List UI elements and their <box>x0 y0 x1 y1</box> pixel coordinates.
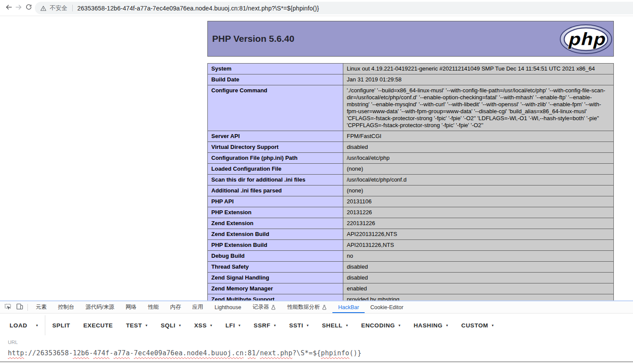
chevron-down-icon: ▾ <box>446 323 448 327</box>
inspect-element-button[interactable] <box>2 301 14 313</box>
phpinfo-row-label: Build Date <box>208 74 343 85</box>
url-segment: ?\S*=${ <box>292 349 321 357</box>
hackbar-button-label: SHELL <box>322 322 342 329</box>
hackbar-button-ssti[interactable]: SSTI▾ <box>289 322 309 329</box>
phpinfo-row-label: Zend Extension <box>208 218 343 229</box>
phpinfo-row-value: './configure' '--build=x86_64-linux-musl… <box>343 85 614 131</box>
phpinfo-row: Scan this dir for additional .ini files/… <box>208 175 614 185</box>
devtools-tab-performance-insights[interactable]: 性能数据分析 <box>281 301 332 313</box>
phpinfo-row-label: Thread Safety <box>208 262 343 273</box>
hackbar-button-shell[interactable]: SHELL▾ <box>322 322 348 329</box>
experiment-flask-icon <box>322 305 327 310</box>
hackbar-button-encoding[interactable]: ENCODING▾ <box>361 322 400 329</box>
devtools-tab-label: 性能 <box>148 303 159 311</box>
hackbar-button-label: SSTI <box>289 322 303 329</box>
phpinfo-row-label: Server API <box>208 131 343 142</box>
hackbar-button-custom[interactable]: CUSTOM▾ <box>461 322 494 329</box>
phpinfo-row-value: no <box>343 251 614 262</box>
phpinfo-row: Additional .ini files parsed(none) <box>208 185 614 196</box>
hackbar-button-split[interactable]: SPLIT <box>52 322 70 329</box>
device-toolbar-button[interactable] <box>14 301 25 313</box>
address-bar[interactable]: 不安全 26353658-12b6-474f-a77a-7ec4e09a76ea… <box>35 2 633 14</box>
chevron-down-icon: ▾ <box>238 323 240 327</box>
devtools-toolbar-divider <box>27 304 28 311</box>
phpinfo-row-label: Zend Memory Manager <box>208 283 343 294</box>
phpinfo-row-label: Scan this dir for additional .ini files <box>208 175 343 185</box>
url-segment: - <box>89 349 93 357</box>
devtools-tab-cookie-editor[interactable]: Cookie-Editor <box>365 301 409 313</box>
phpinfo-row-label: Debug Build <box>208 251 343 262</box>
hackbar-url-input[interactable]: http://26353658-12b6-474f-a77a-7ec4e09a7… <box>8 349 362 357</box>
url-segment-misspelled: 12b6 <box>73 349 89 357</box>
hackbar-button-label: XSS <box>194 322 207 329</box>
address-bar-url[interactable]: 26353658-12b6-474f-a77a-7ec4e09a76ea.nod… <box>78 5 319 12</box>
phpinfo-row-value: API20131226,NTS <box>343 240 614 251</box>
chevron-down-icon: ▾ <box>346 323 348 327</box>
devtools-tab-recorder[interactable]: 记录器 <box>247 301 282 313</box>
hackbar-url-label: URL <box>8 340 18 345</box>
devtools-tab-label: 应用 <box>192 303 203 311</box>
devtools-tab-label: 元素 <box>36 303 47 311</box>
hackbar-button-sqli[interactable]: SQLI▾ <box>161 322 181 329</box>
not-secure-warning-icon[interactable] <box>40 5 47 11</box>
phpinfo-table: SystemLinux out 4.19.221-0419221-generic… <box>207 63 614 305</box>
browser-window: 不安全 26353658-12b6-474f-a77a-7ec4e09a76ea… <box>0 0 633 364</box>
devtools-tab-label: 网络 <box>125 303 136 311</box>
hackbar-load-caret-icon[interactable]: ▾ <box>34 323 40 327</box>
php-logo-text: php <box>567 29 606 49</box>
chevron-down-icon: ▾ <box>146 323 148 327</box>
url-segment-misspelled: 81 <box>248 349 256 357</box>
devtools-tab-network[interactable]: 网络 <box>120 301 142 313</box>
url-segment-misspelled: 474f <box>93 349 109 357</box>
phpinfo-row: SystemLinux out 4.19.221-0419221-generic… <box>208 64 614 74</box>
hackbar-button-lfi[interactable]: LFI▾ <box>225 322 240 329</box>
hackbar-button-label: EXECUTE <box>83 322 113 329</box>
phpinfo-row-value: disabled <box>343 142 614 153</box>
hackbar-button-xss[interactable]: XSS▾ <box>194 322 213 329</box>
hackbar-button-load[interactable]: LOAD <box>10 322 27 329</box>
devtools-tab-console[interactable]: 控制台 <box>52 301 80 313</box>
devtools-panel: 元素控制台源代码/来源网络性能内存应用Lighthouse记录器性能数据分析Ha… <box>0 300 633 364</box>
phpinfo-row-value: /usr/local/etc/php <box>343 153 614 164</box>
hackbar-button-label: CUSTOM <box>461 322 488 329</box>
phpinfo-row: PHP Extension BuildAPI20131226,NTS <box>208 240 614 251</box>
chevron-down-icon: ▾ <box>179 323 181 327</box>
reload-button[interactable] <box>23 2 35 14</box>
security-status-label[interactable]: 不安全 <box>50 4 68 12</box>
devtools-tab-sources[interactable]: 源代码/来源 <box>80 301 120 313</box>
hackbar-button-label: SSRF <box>254 322 270 329</box>
inspect-cursor-icon <box>4 303 12 312</box>
devtools-tab-label: 源代码/来源 <box>86 303 115 311</box>
devtools-tab-elements[interactable]: 元素 <box>30 301 52 313</box>
phpinfo-row-label: Configuration File (php.ini) Path <box>208 153 343 164</box>
devtools-tab-performance[interactable]: 性能 <box>142 301 164 313</box>
devtools-tab-label: Lighthouse <box>214 304 241 310</box>
devtools-tab-application[interactable]: 应用 <box>186 301 209 313</box>
phpinfo-row-value: 220131226 <box>343 218 614 229</box>
phpinfo-row-value: 20131106 <box>343 196 614 207</box>
browser-toolbar: 不安全 26353658-12b6-474f-a77a-7ec4e09a76ea… <box>0 0 633 16</box>
devtools-tab-memory[interactable]: 内存 <box>164 301 186 313</box>
chevron-down-icon: ▾ <box>210 323 213 327</box>
hackbar-button-hashing[interactable]: HASHING▾ <box>414 322 448 329</box>
phpinfo-row-value: (none) <box>343 164 614 175</box>
phpinfo-row: Debug Buildno <box>208 251 614 262</box>
phpinfo-row-label: PHP Extension Build <box>208 240 343 251</box>
phpinfo-table-body: SystemLinux out 4.19.221-0419221-generic… <box>208 64 614 305</box>
devtools-tab-lighthouse[interactable]: Lighthouse <box>209 301 247 313</box>
phpinfo-header: PHP Version 5.6.40 php <box>207 21 614 57</box>
phpinfo-row: Zend Extension BuildAPI220131226,NTS <box>208 229 614 240</box>
url-segment-misspelled: phpinfo <box>321 349 349 357</box>
phpinfo-row: Loaded Configuration File(none) <box>208 164 614 175</box>
hackbar-button-test[interactable]: TEST▾ <box>126 322 148 329</box>
devtools-tab-hackbar[interactable]: HackBar <box>332 301 365 313</box>
url-segment: - <box>109 349 113 357</box>
hackbar-button-label: LFI <box>225 322 235 329</box>
hackbar-button-execute[interactable]: EXECUTE <box>83 322 113 329</box>
reload-icon <box>25 3 32 12</box>
phpinfo-row-value: enabled <box>343 283 614 294</box>
phpinfo-row-label: Configure Command <box>208 85 343 131</box>
url-segment: / <box>256 349 260 357</box>
hackbar-button-ssrf[interactable]: SSRF▾ <box>254 322 276 329</box>
url-segment: - <box>130 349 134 357</box>
